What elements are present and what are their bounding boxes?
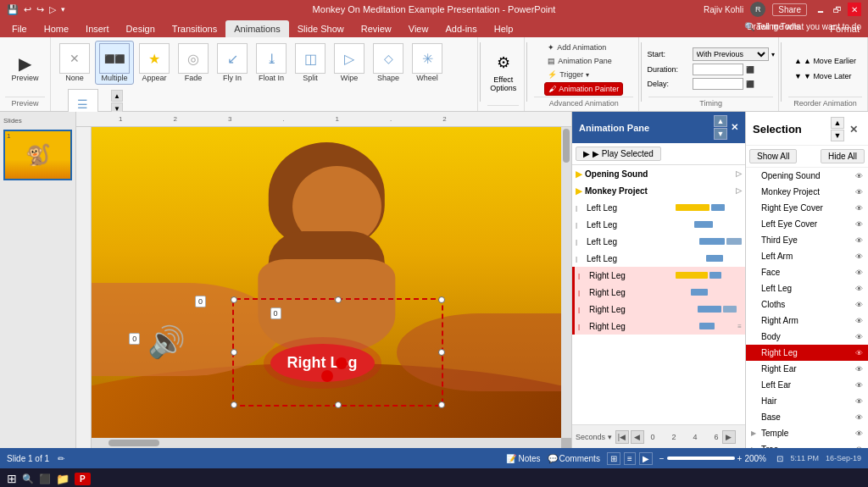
notes-button[interactable]: 📝 Notes [506,454,540,463]
powerpoint-taskbar-btn[interactable]: P [75,473,91,485]
anim-item-right-leg-1[interactable]: | Right Leg [572,267,745,284]
sel-item-third-eye[interactable]: Third Eye 👁 [746,232,868,248]
anim-split-button[interactable]: ◫ Split [292,41,329,85]
tell-me-input[interactable]: 🔍 Tell me what you want to do [744,22,861,31]
duration-input[interactable] [693,64,743,75]
zoom-in-btn[interactable]: + [737,454,743,463]
anim-item-right-leg-3[interactable]: | Right Leg [572,301,745,318]
duration-spinner[interactable]: ⬛ [746,66,754,74]
fit-to-window-btn[interactable]: ⊡ [776,454,783,463]
tab-review[interactable]: Review [353,20,400,37]
taskview-button[interactable]: ⬛ [39,473,51,484]
add-animation-button[interactable]: ✦ Add Animation [544,42,609,53]
tab-file[interactable]: File [3,20,36,37]
search-button[interactable]: 🔍 [22,473,34,484]
start-select[interactable]: With Previous After Previous On Click [693,47,769,61]
anim-item-left-leg-2[interactable]: | Left Leg [572,216,745,233]
tab-view[interactable]: View [400,20,437,37]
show-all-button[interactable]: Show All [749,149,797,163]
delay-spinner[interactable]: ⬛ [746,80,754,88]
quick-access-redo[interactable]: ↪ [36,4,44,15]
anim-fade-button[interactable]: ◎ Fade [175,41,212,85]
canvas-vscrollbar[interactable] [561,127,571,438]
zoom-out-btn[interactable]: − [659,454,665,463]
quick-access-save[interactable]: 💾 [7,4,19,15]
animation-pane-button[interactable]: ▤ Animation Pane [544,55,615,67]
sel-item-right-eye-cover[interactable]: Right Eye Cover 👁 [746,200,868,216]
sel-item-cloths[interactable]: Cloths 👁 [746,296,868,313]
sel-item-face[interactable]: Face 👁 [746,264,868,280]
share-button[interactable]: Share [772,3,807,16]
anim-pane-down[interactable]: ▼ [714,128,727,140]
sel-item-right-arm[interactable]: Right Arm 👁 [746,313,868,329]
animation-pane-close[interactable]: ✕ [731,122,738,133]
anim-group-monkey-project[interactable]: ▶ Monkey Project ▷ [572,182,745,199]
tab-addins[interactable]: Add-ins [437,20,485,37]
tab-animations[interactable]: Animations [225,20,288,37]
minimize-button[interactable]: 🗕 [814,3,827,16]
sel-pane-up[interactable]: ▲ [831,117,844,129]
delay-input[interactable] [693,78,743,90]
anim-none-button[interactable]: ✕ None [56,41,93,85]
explorer-button[interactable]: 📁 [56,473,70,485]
anim-item-right-leg-2[interactable]: | Right Leg [572,284,745,301]
anim-item-left-leg-4[interactable]: | Left Leg [572,250,745,267]
anim-flyin-button[interactable]: ↙ Fly In [214,41,251,85]
sel-item-right-ear[interactable]: Right Ear 👁 [746,361,868,377]
sel-item-opening-sound[interactable]: Opening Sound 👁 [746,168,868,184]
sel-item-left-leg[interactable]: Left Leg 👁 [746,280,868,296]
sel-item-temple[interactable]: ▶ Temple 👁 [746,425,868,441]
tab-insert[interactable]: Insert [77,20,118,37]
outline-view-btn[interactable]: ≡ [624,452,636,465]
tab-slideshow[interactable]: Slide Show [289,20,353,37]
selection-pane-close[interactable]: ✕ [846,124,861,136]
preview-button[interactable]: ▶ Preview [8,45,42,92]
anim-wheel-button[interactable]: ✳ Wheel [409,41,446,85]
move-earlier-button[interactable]: ▲ ▲ Move Earlier [791,55,860,67]
sel-item-left-ear[interactable]: Left Ear 👁 [746,377,868,393]
anim-shape-button[interactable]: ◇ Shape [370,41,407,85]
tab-transitions[interactable]: Transitions [164,20,225,37]
sel-item-right-leg[interactable]: Right Leg 👁 [746,345,868,361]
restore-button[interactable]: 🗗 [831,3,844,16]
quick-access-undo[interactable]: ↩ [24,4,31,15]
comments-button[interactable]: 💬 Comments [548,454,600,463]
sel-item-monkey-project[interactable]: Monkey Project 👁 [746,184,868,200]
slide-thumbnail-1[interactable]: 1 🐒 [3,130,72,180]
tl-start[interactable]: |◀ [615,430,629,444]
tl-back[interactable]: ◀ [631,430,644,444]
sel-item-body[interactable]: Body 👁 [746,329,868,345]
zoom-slider[interactable] [667,457,735,460]
canvas-hscrollbar[interactable] [92,438,561,448]
slideshow-view-btn[interactable]: ▶ [639,452,653,465]
tab-help[interactable]: Help [486,20,522,37]
anim-item-right-leg-4[interactable]: | Right Leg ≡ [572,318,745,335]
anim-appear-button[interactable]: ★ Appear [136,41,173,85]
anim-item-left-leg-1[interactable]: | Left Leg [572,199,745,216]
play-selected-button[interactable]: ▶ ▶ Play Selected [576,147,661,161]
animation-painter-button[interactable]: 🖌 Animation Painter [544,82,623,96]
seconds-dropdown[interactable]: Seconds ▾ [576,433,612,441]
sel-item-hair[interactable]: Hair 👁 [746,393,868,409]
quick-access-present[interactable]: ▷ [49,4,56,15]
tab-home[interactable]: Home [36,20,77,37]
anim-wipe-button[interactable]: ▷ Wipe [331,41,368,85]
quick-access-dropdown[interactable]: ▾ [61,5,65,14]
start-button[interactable]: ⊞ [7,472,17,485]
anim-item-left-leg-3[interactable]: | Left Leg [572,233,745,250]
sel-item-left-eye-cover[interactable]: Left Eye Cover 👁 [746,216,868,232]
sel-item-base[interactable]: Base 👁 [746,409,868,425]
sel-item-left-arm[interactable]: Left Arm 👁 [746,248,868,264]
sel-pane-down[interactable]: ▼ [831,130,844,141]
tl-forward[interactable]: ▶ [722,430,736,444]
close-button[interactable]: ✕ [848,3,861,16]
anim-pane-up[interactable]: ▲ [714,115,727,127]
slide-canvas[interactable]: 🔊 0 Right Leg 0 [92,127,561,438]
tab-design[interactable]: Design [118,20,164,37]
sel-item-tree[interactable]: ▶ Tree 👁 [746,441,868,448]
trigger-button[interactable]: ⚡ Trigger ▾ [544,69,593,80]
anim-floatin-button[interactable]: ⤓ Float In [253,41,290,85]
normal-view-btn[interactable]: ⊞ [607,452,620,465]
move-later-button[interactable]: ▼ ▼ Move Later [791,70,854,82]
anim-group-opening-sound[interactable]: ▶ Opening Sound ▷ [572,165,745,182]
